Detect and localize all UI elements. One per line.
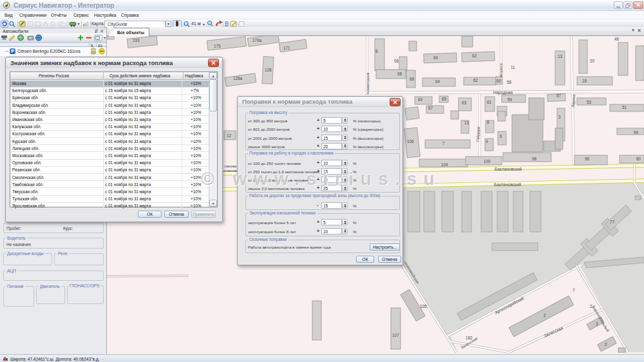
svg-text:98: 98 [532, 157, 537, 161]
svg-text:63: 63 [462, 100, 467, 105]
svg-text:4: 4 [486, 139, 488, 144]
svg-text:80: 80 [636, 157, 641, 161]
svg-text:193: 193 [133, 38, 140, 43]
svg-text:48: 48 [614, 37, 620, 41]
svg-text:Баклановский: Баклановский [494, 182, 522, 187]
svg-text:6: 6 [500, 134, 502, 138]
svg-text:2: 2 [605, 342, 607, 347]
svg-text:Комиссаров: Комиссаров [366, 72, 370, 94]
svg-text:Жореса: Жореса [499, 63, 503, 77]
svg-text:62: 62 [472, 53, 477, 58]
svg-text:18: 18 [582, 79, 587, 83]
svg-text:59: 59 [507, 97, 513, 102]
svg-text:53: 53 [587, 100, 592, 104]
svg-text:66: 66 [410, 77, 415, 81]
svg-text:128: 128 [265, 68, 272, 72]
svg-text:13: 13 [464, 120, 469, 125]
svg-text:128а: 128а [233, 76, 243, 81]
svg-text:8: 8 [487, 120, 489, 124]
svg-text:64: 64 [433, 55, 439, 60]
svg-text:175: 175 [214, 44, 221, 48]
svg-text:13: 13 [558, 54, 563, 59]
svg-text:3: 3 [558, 115, 561, 119]
svg-text:12: 12 [227, 133, 232, 138]
svg-text:68: 68 [397, 71, 402, 76]
svg-text:Ларина: Ларина [571, 93, 576, 108]
svg-text:179а: 179а [252, 38, 262, 43]
svg-text:100: 100 [484, 159, 491, 164]
svg-text:2: 2 [544, 313, 546, 318]
svg-text:65: 65 [442, 97, 447, 101]
svg-text:107: 107 [392, 333, 399, 338]
svg-text:60: 60 [497, 79, 502, 83]
svg-text:Гайдара: Гайдара [476, 126, 480, 142]
svg-text:8: 8 [375, 49, 378, 53]
svg-text:104: 104 [441, 162, 448, 167]
svg-text:7: 7 [573, 288, 575, 292]
svg-text:67: 67 [428, 106, 433, 110]
svg-text:11: 11 [511, 65, 515, 70]
svg-text:64: 64 [435, 79, 440, 84]
svg-text:77: 77 [610, 220, 615, 224]
svg-text:105: 105 [420, 304, 427, 309]
svg-text:106: 106 [407, 139, 414, 144]
svg-text:3: 3 [596, 321, 598, 326]
svg-text:69: 69 [418, 97, 423, 102]
svg-text:57: 57 [556, 93, 562, 98]
svg-text:62: 62 [473, 78, 478, 82]
svg-text:58: 58 [507, 80, 512, 84]
svg-text:51: 51 [622, 105, 627, 110]
svg-text:7: 7 [442, 141, 445, 146]
svg-text:61: 61 [487, 100, 492, 104]
svg-text:171: 171 [283, 46, 290, 50]
svg-text:Баклановский: Баклановский [495, 167, 522, 171]
svg-text:94: 94 [634, 130, 639, 135]
svg-text:20: 20 [590, 59, 595, 63]
svg-text:Народная: Народная [493, 90, 513, 95]
svg-text:96: 96 [585, 157, 590, 161]
svg-text:66: 66 [394, 59, 399, 63]
